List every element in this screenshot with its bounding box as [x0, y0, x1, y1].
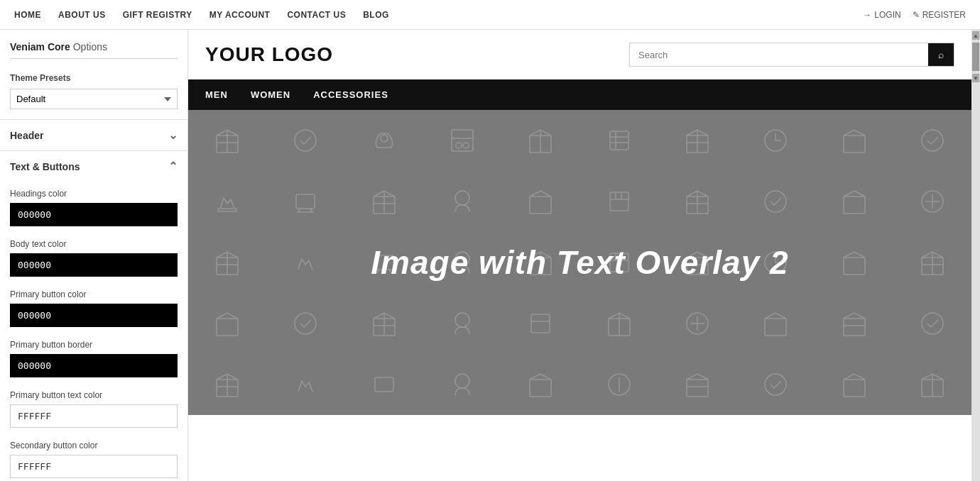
secondary-button-color-input[interactable]: [10, 455, 178, 478]
hero-icon-5: [501, 110, 579, 171]
hero-icon-20: [893, 171, 971, 232]
hero-icon-39: [815, 293, 893, 354]
svg-point-3: [295, 130, 316, 151]
hero-icon-45: [501, 354, 579, 415]
nav-gift[interactable]: GIFT REGISTRY: [123, 10, 192, 20]
search-input[interactable]: [630, 43, 928, 66]
hero-icon-40: [893, 293, 971, 354]
hero-overlay-text: Image with Text Overlay 2: [371, 243, 788, 282]
preview-nav-accessories[interactable]: ACCESSORIES: [313, 89, 388, 100]
top-nav-links: HOME ABOUT US GIFT REGISTRY MY ACCOUNT C…: [14, 10, 389, 20]
accordion-header: Header ⌄: [0, 119, 187, 150]
nav-account[interactable]: MY ACCOUNT: [209, 10, 271, 20]
primary-button-color-input[interactable]: [10, 304, 178, 327]
login-icon: →: [863, 10, 871, 20]
svg-point-93: [765, 374, 786, 395]
svg-rect-23: [218, 209, 236, 211]
search-button[interactable]: ⌕: [928, 43, 954, 66]
hero-icon-8: [736, 110, 815, 171]
hero-icon-43: [345, 354, 423, 415]
search-bar: ⌕: [629, 43, 954, 67]
preview-header: YOUR LOGO ⌕: [188, 30, 971, 79]
preview-logo: YOUR LOGO: [205, 43, 333, 66]
svg-rect-41: [844, 197, 865, 214]
hero-icon-15: [501, 171, 579, 232]
hero-icon-29: [815, 232, 893, 293]
primary-button-text-color-label: Primary button text color: [10, 390, 178, 400]
scroll-thumb[interactable]: [972, 43, 979, 71]
body-text-color-input[interactable]: [10, 253, 178, 277]
nav-home[interactable]: HOME: [14, 10, 41, 20]
scroll-down-button[interactable]: ▼: [972, 74, 979, 82]
login-link[interactable]: → LOGIN: [863, 10, 900, 20]
primary-button-color-group: Primary button color: [10, 289, 178, 327]
accordion-text-buttons: Text & Buttons ⌃ Headings color Body tex…: [0, 150, 187, 481]
sidebar-app-title: Veniam Core Options: [0, 30, 187, 58]
primary-button-text-color-input[interactable]: [10, 404, 178, 428]
svg-point-82: [922, 313, 943, 334]
hero-icon-17: [658, 171, 736, 232]
svg-rect-66: [217, 319, 238, 336]
body-text-color-label: Body text color: [10, 239, 178, 249]
theme-preset-select[interactable]: Default: [10, 89, 178, 109]
nav-about[interactable]: ABOUT US: [58, 10, 106, 20]
theme-presets-section: Theme Presets Default: [0, 66, 187, 119]
svg-rect-33: [610, 192, 628, 211]
headings-color-label: Headings color: [10, 189, 178, 199]
accordion-header-toggle[interactable]: Header ⌄: [0, 120, 187, 150]
sidebar-divider: [10, 58, 178, 59]
hero-icon-35: [501, 293, 579, 354]
hero-icon-10: [893, 110, 971, 171]
hero-icon-31: [188, 293, 266, 354]
accordion-text-buttons-toggle[interactable]: Text & Buttons ⌃: [0, 151, 187, 182]
scrollbar[interactable]: ▲ ▼: [971, 30, 980, 481]
accordion-text-buttons-body: Headings color Body text color Primary b…: [0, 182, 187, 481]
hero-icon-47: [658, 354, 736, 415]
headings-color-input[interactable]: [10, 203, 178, 226]
scroll-up-button[interactable]: ▲: [972, 31, 979, 40]
preview-nav-bar: MEN WOMEN ACCESSORIES: [188, 79, 971, 110]
theme-presets-label: Theme Presets: [10, 73, 178, 83]
hero-icon-38: [736, 293, 815, 354]
nav-contact[interactable]: CONTACT US: [287, 10, 346, 20]
hero-icon-6: [580, 110, 658, 171]
svg-point-71: [455, 313, 469, 327]
hero-icon-13: [345, 171, 423, 232]
sidebar: Veniam Core Options Theme Presets Defaul…: [0, 30, 188, 481]
primary-button-border-input[interactable]: [10, 354, 178, 377]
register-link[interactable]: ✎ REGISTER: [913, 10, 966, 20]
hero-icon-11: [188, 171, 266, 232]
hero-icon-34: [423, 293, 501, 354]
svg-rect-32: [530, 197, 551, 214]
preview-nav-women[interactable]: WOMEN: [251, 89, 290, 100]
svg-point-40: [765, 191, 786, 212]
hero-icon-18: [736, 171, 815, 232]
svg-point-67: [295, 313, 316, 334]
main-layout: Veniam Core Options Theme Presets Defaul…: [0, 30, 980, 481]
svg-point-87: [455, 374, 469, 388]
hero-area: Image with Text Overlay 2: [188, 110, 971, 415]
svg-rect-80: [844, 319, 865, 336]
hero-icon-7: [658, 110, 736, 171]
hero-icon-36: [580, 293, 658, 354]
svg-rect-94: [844, 380, 865, 397]
nav-blog[interactable]: BLOG: [363, 10, 389, 20]
primary-button-text-color-group: Primary button text color: [10, 390, 178, 428]
svg-rect-62: [844, 258, 865, 275]
svg-point-8: [463, 143, 469, 148]
top-navigation: HOME ABOUT US GIFT REGISTRY MY ACCOUNT C…: [0, 0, 980, 30]
hero-icon-46: [580, 354, 658, 415]
hero-icon-12: [266, 171, 344, 232]
hero-icon-44: [423, 354, 501, 415]
preview-nav-men[interactable]: MEN: [205, 89, 228, 100]
accordion-header-label: Header: [10, 130, 43, 141]
hero-icon-37: [658, 293, 736, 354]
hero-icon-41: [188, 354, 266, 415]
hero-icon-33: [345, 293, 423, 354]
svg-rect-88: [530, 380, 551, 397]
hero-icon-3: [345, 110, 423, 171]
hero-icon-19: [815, 171, 893, 232]
top-nav-auth: → LOGIN ✎ REGISTER: [863, 10, 966, 20]
hero-icon-22: [266, 232, 344, 293]
primary-button-color-label: Primary button color: [10, 289, 178, 299]
